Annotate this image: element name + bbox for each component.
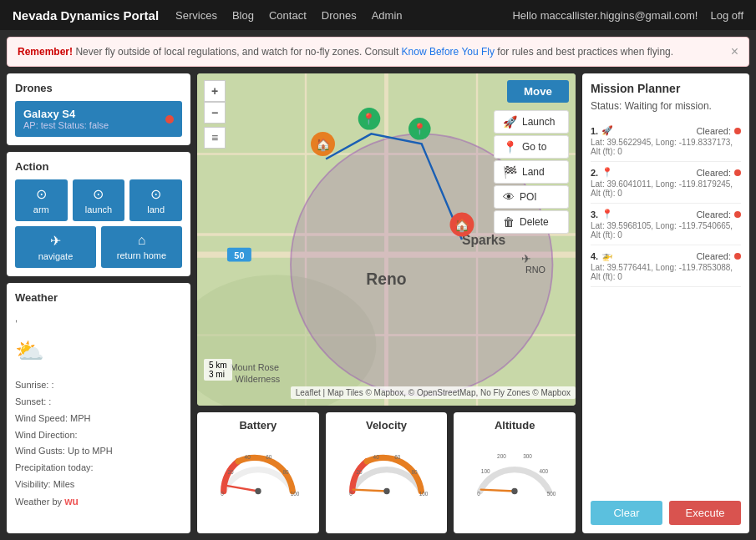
svg-text:100: 100 xyxy=(481,468,490,474)
svg-text:0: 0 xyxy=(349,491,353,497)
mission-buttons: Clear Execute xyxy=(591,501,741,525)
land-button[interactable]: ⊙ land xyxy=(129,179,182,221)
battery-gauge-card: Battery 0 20 40 60 80 100 xyxy=(197,412,319,533)
poi-map-button[interactable]: 👁 POI xyxy=(494,185,569,209)
nav-services[interactable]: Services xyxy=(175,9,217,22)
weather-wind-speed: Wind Speed: MPH xyxy=(15,411,182,427)
mission-item-4-coords: Lat: 39.5776441, Long: -119.7853088, Alt… xyxy=(591,263,741,281)
nav-blog[interactable]: Blog xyxy=(232,9,254,22)
svg-line-41 xyxy=(353,490,386,492)
weather-sunrise: Sunrise: : xyxy=(15,377,182,394)
svg-point-42 xyxy=(383,488,389,494)
drone-item[interactable]: Galaxy S4 AP: test Status: false xyxy=(15,101,182,137)
drone-status: AP: test Status: false xyxy=(23,120,109,130)
svg-text:80: 80 xyxy=(411,469,418,475)
zoom-in-button[interactable]: + xyxy=(204,80,226,102)
svg-text:Mount Rose: Mount Rose xyxy=(231,362,279,372)
svg-line-49 xyxy=(481,490,515,492)
map-scale: 5 km 3 mi xyxy=(204,359,232,381)
svg-text:50: 50 xyxy=(234,250,244,260)
return-home-icon: ⌂ xyxy=(138,233,146,248)
map-controls: + − ≡ xyxy=(204,80,226,149)
svg-text:Sparks: Sparks xyxy=(462,233,506,247)
alert-link[interactable]: Know Before You Fly xyxy=(402,46,495,58)
nav-drones[interactable]: Drones xyxy=(322,9,357,22)
land-map-button[interactable]: 🏁 Land xyxy=(494,160,569,184)
mission-item-2: 2. 📍 Cleared: Lat: 39.6041011, Long: -11… xyxy=(591,162,741,204)
move-button[interactable]: Move xyxy=(507,80,569,103)
nav-admin[interactable]: Admin xyxy=(372,9,403,22)
delete-map-button[interactable]: 🗑 Delete xyxy=(494,210,569,234)
arm-label: arm xyxy=(33,204,49,214)
svg-text:40: 40 xyxy=(373,454,379,460)
mission-item-2-coords: Lat: 39.6041011, Long: -119.8179245, Alt… xyxy=(591,179,741,198)
launch-map-button[interactable]: 🚀 Launch xyxy=(494,110,569,134)
wu-logo: wu xyxy=(64,496,79,507)
delete-map-icon: 🗑 xyxy=(503,215,515,229)
mission-status: Status: Waiting for mission. xyxy=(591,100,741,112)
mission-item-3-cleared: Cleared: xyxy=(696,209,741,220)
cleared-dot-1 xyxy=(734,128,741,134)
content-row: Drones Galaxy S4 AP: test Status: false … xyxy=(7,73,749,533)
svg-line-33 xyxy=(227,486,258,491)
mission-item-4-num: 4. 🚁 xyxy=(591,250,613,261)
launch-button[interactable]: ⊙ launch xyxy=(73,179,125,221)
mission-item-2-num: 2. 📍 xyxy=(591,167,613,178)
mission-planner-title: Mission Planner xyxy=(591,82,741,95)
alert-close-button[interactable]: × xyxy=(731,44,738,59)
mission-item-1-cleared: Cleared: xyxy=(696,126,741,136)
svg-text:60: 60 xyxy=(394,454,401,460)
weather-location: , xyxy=(15,310,182,327)
mission-item-2-icon: 📍 xyxy=(601,167,613,178)
goto-map-button[interactable]: 📍 Go to xyxy=(494,135,569,159)
alert-bar: Remember! Never fly outside of local reg… xyxy=(7,37,749,67)
drones-title: Drones xyxy=(15,82,182,94)
svg-text:400: 400 xyxy=(540,468,549,474)
zoom-out-button[interactable]: − xyxy=(204,102,226,124)
main-container: Remember! Never fly outside of local reg… xyxy=(0,30,756,540)
alert-prefix: Remember! xyxy=(18,46,73,58)
weather-precipitation: Precipitation today: xyxy=(15,460,182,477)
mission-item-3-icon: 📍 xyxy=(601,209,613,220)
velocity-gauge-svg: 0 20 40 60 80 100 xyxy=(341,435,433,502)
alert-suffix: for rules and best practices when flying… xyxy=(497,46,673,58)
drones-panel: Drones Galaxy S4 AP: test Status: false xyxy=(7,73,190,145)
arm-button[interactable]: ⊙ arm xyxy=(15,179,68,221)
svg-text:✈: ✈ xyxy=(521,252,531,265)
clear-button[interactable]: Clear xyxy=(591,501,662,525)
battery-gauge-svg: 0 20 40 60 80 100 xyxy=(212,435,304,502)
mission-item-1-num: 1. 🚀 xyxy=(591,125,613,136)
launch-icon: ⊙ xyxy=(93,186,104,202)
execute-button[interactable]: Execute xyxy=(669,501,741,525)
mission-planner-panel: Mission Planner Status: Waiting for miss… xyxy=(582,73,749,533)
mission-item-3-num: 3. 📍 xyxy=(591,209,613,220)
battery-gauge-title: Battery xyxy=(239,419,277,431)
navigate-button[interactable]: ✈ navigate xyxy=(15,226,96,268)
svg-text:📍: 📍 xyxy=(413,122,427,136)
weather-panel: Weather , ⛅ Sunrise: : Sunset: : Wind Sp… xyxy=(7,283,190,533)
svg-text:📍: 📍 xyxy=(362,112,376,126)
svg-text:Wilderness: Wilderness xyxy=(236,374,281,384)
mission-item-3-coords: Lat: 39.5968105, Long: -119.7540665, Alt… xyxy=(591,221,741,240)
weather-visibility: Visibility: Miles xyxy=(15,477,182,493)
mission-items-list: 1. 🚀 Cleared: Lat: 39.5622945, Long: -11… xyxy=(591,120,741,492)
logout-link[interactable]: Log off xyxy=(710,9,743,22)
layers-button[interactable]: ≡ xyxy=(204,127,226,149)
action-panel: Action ⊙ arm ⊙ launch ⊙ land xyxy=(7,152,190,276)
launch-label: launch xyxy=(85,204,112,214)
mission-item-2-cleared: Cleared: xyxy=(696,168,741,178)
altitude-gauge-card: Altitude 0 100 200 300 400 500 xyxy=(454,412,576,533)
brand-title: Nevada Dynamics Portal xyxy=(13,8,159,23)
nav-links: Services Blog Contact Drones Admin xyxy=(175,9,512,22)
svg-text:0: 0 xyxy=(477,491,480,497)
return-home-button[interactable]: ⌂ return home xyxy=(101,226,182,268)
land-icon: ⊙ xyxy=(150,186,161,202)
nav-contact[interactable]: Contact xyxy=(269,9,307,22)
cleared-dot-3 xyxy=(734,211,741,218)
mission-item-4-header: 4. 🚁 Cleared: xyxy=(591,250,741,261)
svg-text:0: 0 xyxy=(221,491,224,497)
svg-text:500: 500 xyxy=(547,491,556,497)
mission-item-1-header: 1. 🚀 Cleared: xyxy=(591,125,741,136)
svg-text:200: 200 xyxy=(497,453,506,459)
svg-text:80: 80 xyxy=(282,469,289,475)
